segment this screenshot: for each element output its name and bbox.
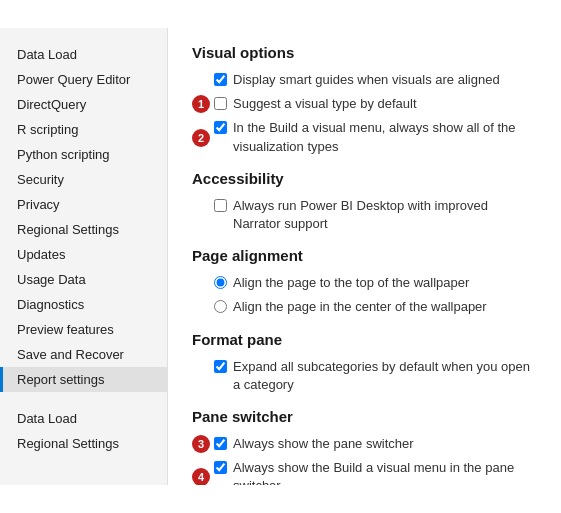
option-text-always-show-pane-switcher: Always show the pane switcher xyxy=(233,435,414,453)
sidebar-item-report-settings[interactable]: Report settings xyxy=(0,367,167,392)
option-text-always-show-build-menu: Always show the Build a visual menu in t… xyxy=(233,459,537,485)
option-row-align-top: Align the page to the top of the wallpap… xyxy=(192,274,537,292)
sidebar-item-r-scripting[interactable]: R scripting xyxy=(0,117,167,142)
section-title-page-alignment: Page alignment xyxy=(192,247,537,264)
option-label-build-visual-menu[interactable]: In the Build a visual menu, always show … xyxy=(214,119,537,155)
badge-1: 1 xyxy=(192,95,210,113)
global-section-label xyxy=(0,28,167,42)
main-content: Visual optionsDisplay smart guides when … xyxy=(168,28,561,485)
sidebar-item-security[interactable]: Security xyxy=(0,167,167,192)
option-input-align-center[interactable] xyxy=(214,300,227,313)
option-row-always-show-pane-switcher: 3Always show the pane switcher xyxy=(192,435,537,453)
option-input-suggest-visual[interactable] xyxy=(214,97,227,110)
sidebar-item-diagnostics[interactable]: Diagnostics xyxy=(0,292,167,317)
option-input-always-show-build-menu[interactable] xyxy=(214,461,227,474)
sidebar: Data LoadPower Query EditorDirectQueryR … xyxy=(0,28,168,485)
option-row-build-visual-menu: 2In the Build a visual menu, always show… xyxy=(192,119,537,155)
section-title-pane-switcher: Pane switcher xyxy=(192,408,537,425)
option-label-narrator-support[interactable]: Always run Power BI Desktop with improve… xyxy=(214,197,537,233)
option-row-always-show-build-menu: 4Always show the Build a visual menu in … xyxy=(192,459,537,485)
option-label-always-show-pane-switcher[interactable]: Always show the pane switcher xyxy=(214,435,414,453)
option-label-align-top[interactable]: Align the page to the top of the wallpap… xyxy=(214,274,469,292)
sidebar-item-preview-features[interactable]: Preview features xyxy=(0,317,167,342)
option-input-narrator-support[interactable] xyxy=(214,199,227,212)
option-input-expand-subcategories[interactable] xyxy=(214,360,227,373)
option-input-build-visual-menu[interactable] xyxy=(214,121,227,134)
option-row-smart-guides: Display smart guides when visuals are al… xyxy=(192,71,537,89)
option-text-expand-subcategories: Expand all subcategories by default when… xyxy=(233,358,537,394)
sidebar-item-privacy[interactable]: Privacy xyxy=(0,192,167,217)
option-label-suggest-visual[interactable]: Suggest a visual type by default xyxy=(214,95,417,113)
sidebar-item-python-scripting[interactable]: Python scripting xyxy=(0,142,167,167)
section-title-visual-options: Visual options xyxy=(192,44,537,61)
option-text-align-center: Align the page in the center of the wall… xyxy=(233,298,487,316)
option-input-smart-guides[interactable] xyxy=(214,73,227,86)
option-text-align-top: Align the page to the top of the wallpap… xyxy=(233,274,469,292)
option-row-expand-subcategories: Expand all subcategories by default when… xyxy=(192,358,537,394)
option-row-align-center: Align the page in the center of the wall… xyxy=(192,298,537,316)
option-label-smart-guides[interactable]: Display smart guides when visuals are al… xyxy=(214,71,500,89)
sidebar-item-cf-data-load[interactable]: Data Load xyxy=(0,406,167,431)
badge-4: 4 xyxy=(192,468,210,485)
sidebar-item-cf-regional-settings[interactable]: Regional Settings xyxy=(0,431,167,456)
sidebar-item-power-query-editor[interactable]: Power Query Editor xyxy=(0,67,167,92)
badge-3: 3 xyxy=(192,435,210,453)
option-input-align-top[interactable] xyxy=(214,276,227,289)
option-label-expand-subcategories[interactable]: Expand all subcategories by default when… xyxy=(214,358,537,394)
section-title-accessibility: Accessibility xyxy=(192,170,537,187)
current-file-section-label xyxy=(0,392,167,406)
badge-2: 2 xyxy=(192,129,210,147)
option-text-smart-guides: Display smart guides when visuals are al… xyxy=(233,71,500,89)
option-row-narrator-support: Always run Power BI Desktop with improve… xyxy=(192,197,537,233)
option-text-suggest-visual: Suggest a visual type by default xyxy=(233,95,417,113)
sidebar-item-updates[interactable]: Updates xyxy=(0,242,167,267)
section-title-format-pane: Format pane xyxy=(192,331,537,348)
sidebar-item-data-load[interactable]: Data Load xyxy=(0,42,167,67)
sidebar-item-usage-data[interactable]: Usage Data xyxy=(0,267,167,292)
option-text-narrator-support: Always run Power BI Desktop with improve… xyxy=(233,197,537,233)
sidebar-item-regional-settings[interactable]: Regional Settings xyxy=(0,217,167,242)
option-row-suggest-visual: 1Suggest a visual type by default xyxy=(192,95,537,113)
option-text-build-visual-menu: In the Build a visual menu, always show … xyxy=(233,119,537,155)
sidebar-item-save-and-recover[interactable]: Save and Recover xyxy=(0,342,167,367)
page-title xyxy=(0,0,561,28)
sidebar-item-directquery[interactable]: DirectQuery xyxy=(0,92,167,117)
option-input-always-show-pane-switcher[interactable] xyxy=(214,437,227,450)
option-label-always-show-build-menu[interactable]: Always show the Build a visual menu in t… xyxy=(214,459,537,485)
option-label-align-center[interactable]: Align the page in the center of the wall… xyxy=(214,298,487,316)
